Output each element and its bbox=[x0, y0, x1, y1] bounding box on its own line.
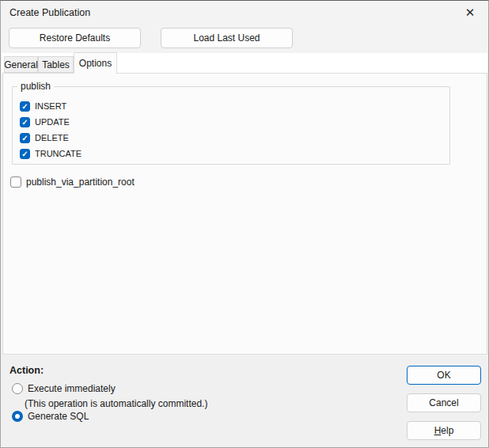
action-bar: Action: Execute immediately (This operat… bbox=[2, 355, 487, 446]
action-label: Action: bbox=[9, 365, 44, 376]
delete-checkbox[interactable]: ✓ bbox=[20, 133, 30, 143]
truncate-checkbox-label: TRUNCATE bbox=[35, 149, 82, 158]
title-bar: Create Publication ✕ bbox=[1, 1, 488, 25]
generate-sql-label: Generate SQL bbox=[28, 411, 89, 422]
ok-button[interactable]: OK bbox=[407, 366, 481, 385]
checkbox-row-publish-via-partition-root[interactable]: publish_via_partition_root bbox=[10, 176, 135, 188]
generate-sql-radio[interactable] bbox=[12, 411, 23, 422]
insert-checkbox[interactable]: ✓ bbox=[20, 101, 30, 112]
tab-options[interactable]: Options bbox=[74, 52, 117, 74]
help-button-mnemonic: H bbox=[434, 425, 442, 436]
publish-group-box: publish ✓ INSERT ✓ UPDATE ✓ DELETE ✓ TRU… bbox=[12, 86, 450, 165]
execute-immediately-label: Execute immediately bbox=[28, 383, 116, 394]
update-checkbox-label: UPDATE bbox=[35, 117, 70, 127]
execute-immediately-radio[interactable] bbox=[12, 383, 23, 394]
delete-checkbox-label: DELETE bbox=[35, 133, 69, 142]
close-icon[interactable]: ✕ bbox=[458, 2, 482, 23]
help-button[interactable]: Help bbox=[407, 421, 481, 440]
check-icon: ✓ bbox=[21, 102, 28, 111]
check-icon: ✓ bbox=[21, 118, 28, 127]
load-last-used-button[interactable]: Load Last Used bbox=[161, 28, 293, 48]
create-publication-dialog: Create Publication ✕ Restore Defaults Lo… bbox=[0, 0, 489, 448]
radio-row-execute-immediately[interactable]: Execute immediately bbox=[12, 382, 116, 394]
tab-tables[interactable]: Tables bbox=[38, 56, 74, 73]
update-checkbox[interactable]: ✓ bbox=[20, 117, 30, 127]
publish-via-partition-root-checkbox[interactable] bbox=[10, 177, 21, 188]
cancel-button[interactable]: Cancel bbox=[407, 393, 481, 412]
tab-general[interactable]: General bbox=[4, 56, 38, 73]
check-icon: ✓ bbox=[21, 150, 28, 158]
checkbox-row-update[interactable]: ✓ UPDATE bbox=[20, 116, 70, 127]
publish-via-partition-root-label: publish_via_partition_root bbox=[26, 177, 135, 188]
options-tab-page: publish ✓ INSERT ✓ UPDATE ✓ DELETE ✓ TRU… bbox=[2, 73, 487, 355]
truncate-checkbox[interactable]: ✓ bbox=[20, 149, 30, 159]
help-button-label-rest: elp bbox=[441, 425, 453, 436]
insert-checkbox-label: INSERT bbox=[35, 101, 66, 111]
check-icon: ✓ bbox=[21, 134, 28, 142]
radio-row-generate-sql[interactable]: Generate SQL bbox=[12, 410, 89, 422]
publish-group-label: publish bbox=[17, 81, 54, 92]
checkbox-row-truncate[interactable]: ✓ TRUNCATE bbox=[20, 148, 82, 159]
checkbox-row-insert[interactable]: ✓ INSERT bbox=[20, 101, 66, 112]
window-title: Create Publication bbox=[9, 7, 90, 18]
execute-immediately-note: (This operation is automatically committ… bbox=[25, 398, 207, 409]
restore-defaults-button[interactable]: Restore Defaults bbox=[9, 28, 141, 48]
checkbox-row-delete[interactable]: ✓ DELETE bbox=[20, 132, 69, 143]
